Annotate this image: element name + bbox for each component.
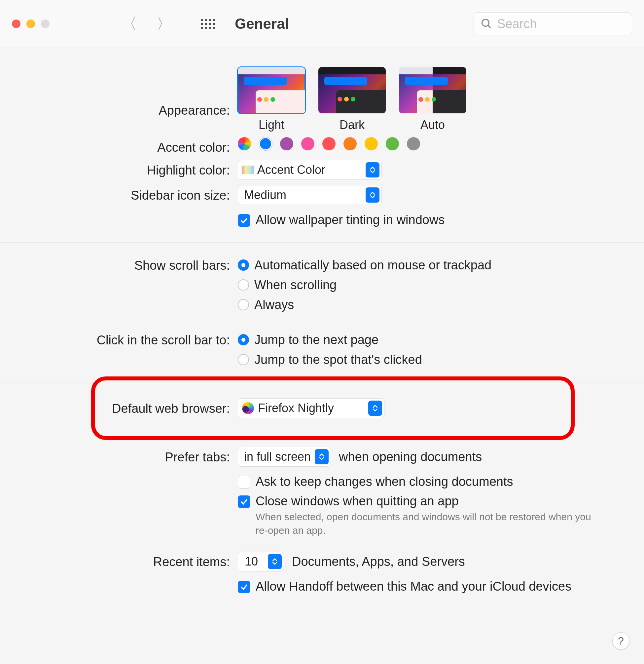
svg-line-1 (488, 25, 491, 28)
sidebar-size-value: Medium (242, 188, 362, 202)
appearance-thumb-auto (399, 67, 466, 113)
highlight-swatch-icon (242, 166, 254, 174)
scrollbars-radio-0[interactable] (238, 260, 249, 271)
chevrons-icon (268, 554, 282, 569)
accent-swatch-1[interactable] (259, 137, 272, 150)
section-documents: Prefer tabs: in full screen when opening… (0, 434, 644, 609)
accent-swatch-3[interactable] (301, 137, 315, 150)
appearance-caption-dark: Dark (340, 118, 365, 132)
chevrons-icon (366, 162, 380, 178)
nav-back-forward: 〈 〉 (122, 14, 171, 34)
scrollclick-label-1: Jump to the spot that's clicked (254, 353, 422, 367)
prefer-tabs-suffix: when opening documents (339, 450, 482, 464)
system-prefs-general-window: 〈 〉 General Search Appearance: LightDark… (0, 0, 644, 664)
help-icon: ? (618, 635, 624, 647)
search-input[interactable]: Search (474, 12, 632, 35)
scrollbars-option-0[interactable]: Automatically based on mouse or trackpad (238, 255, 631, 275)
close-windows-quit-label: Close windows when quitting an app (256, 494, 593, 508)
default-browser-value: Firefox Nightly (258, 401, 364, 415)
show-all-prefs-icon[interactable] (201, 19, 215, 29)
prefer-tabs-select[interactable]: in full screen (238, 447, 331, 467)
highlight-value: Accent Color (257, 163, 362, 177)
toolbar: 〈 〉 General Search (0, 0, 644, 48)
accent-swatch-6[interactable] (365, 137, 378, 150)
scrollclick-radio-0[interactable] (238, 334, 249, 346)
accent-swatch-8[interactable] (407, 137, 420, 150)
chevrons-icon (368, 400, 382, 416)
appearance-caption-light: Light (259, 118, 284, 132)
traffic-lights (12, 20, 49, 28)
minimize-window[interactable] (26, 20, 35, 28)
accent-swatch-0[interactable] (238, 137, 251, 150)
scrollbars-option-2[interactable]: Always (238, 295, 631, 315)
appearance-option-auto[interactable]: Auto (399, 67, 466, 132)
accent-swatch-2[interactable] (280, 137, 293, 150)
default-web-browser-select[interactable]: Firefox Nightly (238, 398, 384, 418)
appearance-option-dark[interactable]: Dark (318, 67, 386, 132)
recent-items-value: 10 (242, 555, 264, 568)
allow-handoff-checkbox[interactable] (238, 581, 250, 593)
accent-label: Accent color: (0, 137, 238, 155)
accent-swatch-4[interactable] (322, 137, 336, 150)
zoom-window (41, 20, 49, 28)
svg-point-0 (482, 20, 489, 26)
scrollbars-label-0: Automatically based on mouse or trackpad (254, 258, 491, 272)
scrollbars-radio-1[interactable] (238, 279, 249, 291)
firefox-nightly-icon (242, 402, 254, 414)
scrollbars-label-2: Always (254, 298, 294, 312)
close-window[interactable] (12, 20, 20, 28)
prefer-tabs-label: Prefer tabs: (0, 447, 238, 467)
scrollclick-label-0: Jump to the next page (254, 333, 379, 347)
help-button[interactable]: ? (612, 632, 629, 649)
wallpaper-tint-label: Allow wallpaper tinting in windows (256, 213, 445, 227)
recent-items-select[interactable]: 10 (238, 552, 284, 572)
ask-keep-changes-label: Ask to keep changes when closing documen… (256, 475, 513, 489)
highlight-label: Highlight color: (0, 160, 238, 180)
close-windows-quit-explain: When selected, open documents and window… (256, 510, 593, 537)
sidebar-size-label: Sidebar icon size: (0, 185, 238, 205)
section-appearance: Appearance: LightDarkAuto Accent color: … (0, 48, 644, 243)
scrollbars-label: Show scroll bars: (0, 255, 238, 315)
close-windows-quit-checkbox[interactable] (238, 495, 250, 508)
scrollclick-radio-1[interactable] (238, 354, 249, 365)
recent-items-suffix: Documents, Apps, and Servers (292, 555, 465, 569)
ask-keep-changes-checkbox[interactable] (238, 476, 250, 489)
prefer-tabs-value: in full screen (242, 450, 311, 464)
section-scrollbars: Show scroll bars: Automatically based on… (0, 243, 644, 382)
page-title: General (235, 16, 289, 32)
accent-swatch-7[interactable] (386, 137, 399, 150)
chevrons-icon (366, 187, 380, 203)
recent-items-label: Recent items: (0, 552, 238, 572)
appearance-label: Appearance: (0, 67, 238, 132)
scrollbars-option-1[interactable]: When scrolling (238, 275, 631, 295)
search-icon (480, 18, 492, 30)
default-browser-label: Default web browser: (0, 398, 238, 418)
appearance-option-light[interactable]: Light (238, 67, 305, 132)
appearance-thumb-light (238, 67, 305, 113)
scrollbars-radio-2[interactable] (238, 299, 249, 310)
nav-forward-icon[interactable]: 〉 (156, 14, 171, 34)
scrollbars-label-1: When scrolling (254, 278, 337, 292)
scrollclick-label: Click in the scroll bar to: (0, 330, 238, 370)
search-placeholder: Search (497, 17, 537, 31)
appearance-thumb-dark (318, 67, 386, 113)
scrollclick-option-0[interactable]: Jump to the next page (238, 330, 631, 350)
highlight-color-select[interactable]: Accent Color (238, 160, 382, 180)
appearance-caption-auto: Auto (421, 118, 445, 132)
scrollclick-option-1[interactable]: Jump to the spot that's clicked (238, 350, 631, 370)
content: Appearance: LightDarkAuto Accent color: … (0, 48, 644, 664)
allow-handoff-label: Allow Handoff between this Mac and your … (256, 579, 571, 594)
accent-swatch-5[interactable] (343, 137, 357, 150)
chevrons-icon (315, 449, 329, 464)
sidebar-icon-size-select[interactable]: Medium (238, 185, 382, 205)
nav-back-icon[interactable]: 〈 (122, 14, 137, 34)
wallpaper-tint-checkbox[interactable] (238, 214, 250, 227)
section-default-browser: Default web browser: Firefox Nightly (0, 382, 644, 434)
